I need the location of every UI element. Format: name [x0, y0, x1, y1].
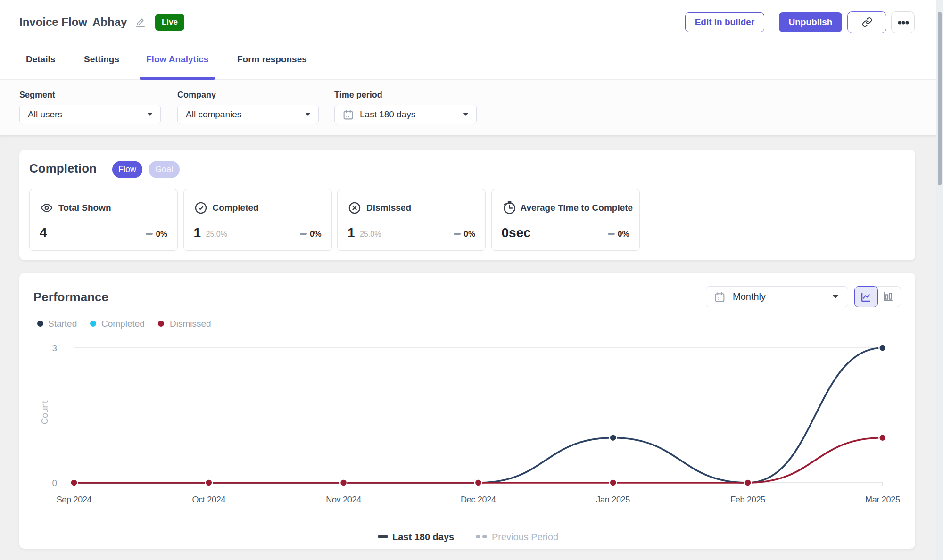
svg-text:Feb 2025: Feb 2025: [730, 495, 765, 504]
svg-text:Sep 2024: Sep 2024: [57, 495, 92, 504]
svg-text:Oct 2024: Oct 2024: [192, 495, 225, 504]
svg-text:Dec 2024: Dec 2024: [461, 495, 496, 504]
svg-text:3: 3: [52, 343, 57, 353]
svg-text:Mar 2025: Mar 2025: [865, 495, 900, 504]
svg-text:0: 0: [52, 478, 57, 488]
svg-text:Jan 2025: Jan 2025: [596, 495, 630, 504]
svg-text:Count: Count: [40, 400, 50, 424]
svg-text:Nov 2024: Nov 2024: [326, 495, 361, 504]
